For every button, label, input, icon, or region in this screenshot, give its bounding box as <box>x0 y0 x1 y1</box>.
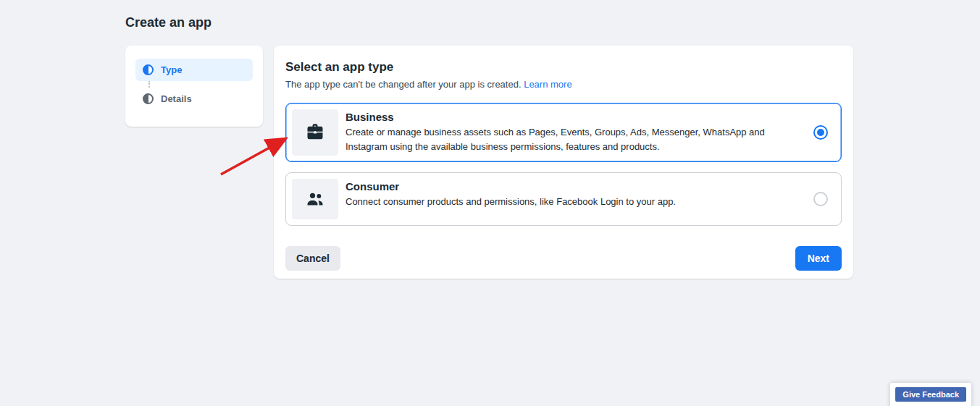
consumer-text: Consumer Connect consumer products and p… <box>345 179 713 219</box>
learn-more-link[interactable]: Learn more <box>524 79 571 90</box>
stepper-connector <box>148 81 150 88</box>
card-subtitle-text: The app type can't be changed after your… <box>285 79 522 90</box>
cancel-button[interactable]: Cancel <box>285 246 340 271</box>
page-title: Create an app <box>125 15 212 30</box>
action-buttons: Cancel Next <box>285 246 842 271</box>
people-icon <box>305 189 325 209</box>
stepper-step-type-label: Type <box>161 64 182 75</box>
business-name: Business <box>345 111 776 123</box>
next-button[interactable]: Next <box>795 246 842 271</box>
business-radio[interactable] <box>813 125 828 140</box>
half-circle-icon <box>143 93 154 104</box>
consumer-description: Connect consumer products and permission… <box>345 195 676 209</box>
business-text: Business Create or manage business asset… <box>345 109 813 156</box>
feedback-container: Give Feedback <box>890 383 971 406</box>
stepper-step-type[interactable]: Type <box>135 59 253 81</box>
option-business[interactable]: Business Create or manage business asset… <box>285 103 842 162</box>
briefcase-icon <box>305 122 325 143</box>
select-app-type-card: Select an app type The app type can't be… <box>274 46 853 279</box>
stepper-card: Type Details <box>125 46 263 127</box>
stepper-step-details-label: Details <box>161 93 192 104</box>
give-feedback-button[interactable]: Give Feedback <box>895 387 966 402</box>
half-circle-icon <box>143 64 154 75</box>
business-description: Create or manage business assets such as… <box>345 125 776 154</box>
card-subtitle: The app type can't be changed after your… <box>285 79 842 90</box>
consumer-name: Consumer <box>345 180 676 193</box>
option-consumer[interactable]: Consumer Connect consumer products and p… <box>285 172 842 226</box>
consumer-icon-box <box>292 179 338 219</box>
business-icon-box <box>292 109 338 156</box>
consumer-radio[interactable] <box>813 192 828 206</box>
app-type-options: Business Create or manage business asset… <box>285 103 842 226</box>
stepper-step-details[interactable]: Details <box>135 88 253 110</box>
card-title: Select an app type <box>285 60 842 75</box>
